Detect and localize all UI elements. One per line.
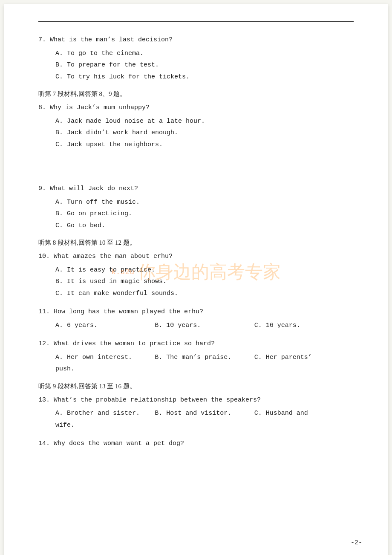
q7-text: 7. What is the man’s last decision? (38, 35, 354, 46)
q11-option-C: C. 16 years. (254, 320, 354, 331)
q13-option-B: B. Host and visitor. (155, 408, 254, 419)
q13-option-A: A. Brother and sister. (55, 408, 155, 419)
q12-options: A. Her own interest.B. The man’s praise.… (55, 352, 354, 363)
q13: 13. What’s the probable relationship bet… (38, 395, 354, 431)
q7: 7. What is the man’s last decision?A. To… (38, 35, 354, 82)
q10-text: 10. What amazes the man about erhu? (38, 251, 354, 262)
q8-option-B: B. Jack didn’t work hard enough. (55, 127, 354, 139)
q13-continuation: wife. (55, 420, 354, 431)
spacer (38, 158, 354, 183)
q13-text: 13. What’s the probable relationship bet… (38, 395, 354, 406)
q12: 12. What drives the woman to practice so… (38, 338, 354, 375)
q8-text: 8. Why is Jack’s mum unhappy? (38, 102, 354, 113)
q10-option-B: B. It is used in magic shows. (55, 276, 354, 287)
q12-option-B: B. The man’s praise. (155, 352, 254, 363)
q9-text: 9. What will Jack do next? (38, 183, 354, 194)
q11-text: 11. How long has the woman played the er… (38, 306, 354, 318)
q14: 14. Why does the woman want a pet dog? (38, 438, 354, 449)
q11-option-B: B. 10 years. (155, 320, 254, 331)
q9: 9. What will Jack do next?A. Turn off th… (38, 183, 354, 231)
q10-option-A: A. It is easy to practice. (55, 265, 354, 276)
q14-text: 14. Why does the woman want a pet dog? (38, 438, 354, 449)
page: 7. What is the man’s last decision?A. To… (4, 4, 388, 555)
q13-option-C: C. Husband and (254, 408, 354, 419)
section-header-section-header-8: 听第 8 段材料,回答第 10 至 12 题。 (38, 239, 354, 247)
page-number: -2- (351, 539, 362, 546)
q8-option-A: A. Jack made loud noise at a late hour. (55, 116, 354, 127)
q11: 11. How long has the woman played the er… (38, 306, 354, 331)
q7-option-C: C. To try his luck for the tickets. (55, 72, 354, 83)
q9-option-C: C. Go to bed. (55, 220, 354, 231)
q10-option-C: C. It can make wonderful sounds. (55, 288, 354, 299)
q10: 10. What amazes the man about erhu?A. It… (38, 251, 354, 299)
q11-option-A: A. 6 years. (55, 320, 155, 331)
q12-continuation: push. (55, 364, 354, 375)
section-header-section-header-9: 听第 9 段材料,回答第 13 至 16 题。 (38, 382, 354, 390)
section-header-section-header-7: 听第 7 段材料,回答第 8、9 题。 (38, 90, 354, 98)
q8-option-C: C. Jack upset the neighbors. (55, 139, 354, 150)
q13-options: A. Brother and sister.B. Host and visito… (55, 408, 354, 419)
q8: 8. Why is Jack’s mum unhappy?A. Jack mad… (38, 102, 354, 150)
q11-options: A. 6 years.B. 10 years.C. 16 years. (55, 320, 354, 331)
q7-option-B: B. To prepare for the test. (55, 60, 354, 71)
q12-text: 12. What drives the woman to practice so… (38, 338, 354, 350)
q7-option-A: A. To go to the cinema. (55, 48, 354, 59)
top-line (38, 21, 354, 22)
q9-option-A: A. Turn off the music. (55, 197, 354, 208)
q12-option-C: C. Her parents’ (254, 352, 354, 363)
q9-option-B: B. Go on practicing. (55, 208, 354, 220)
q12-option-A: A. Her own interest. (55, 352, 155, 363)
